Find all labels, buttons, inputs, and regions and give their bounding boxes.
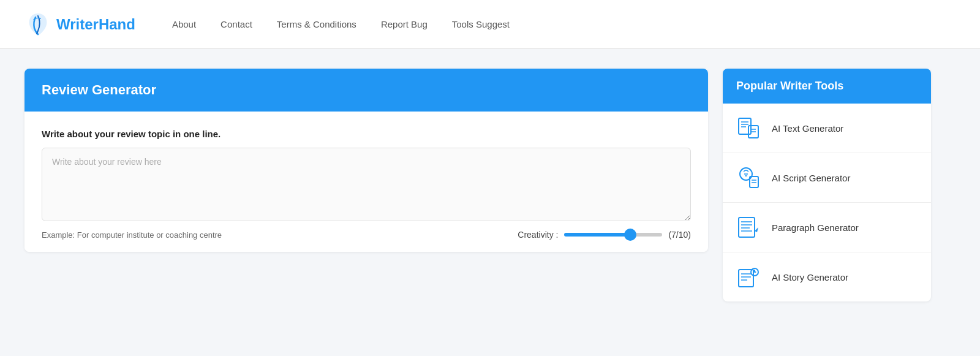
example-text: Example: For computer institute or coach… bbox=[42, 230, 222, 240]
sidebar-tools-list: AI Text Generator AI Script Generator bbox=[723, 104, 931, 301]
card-body: Write about your review topic in one lin… bbox=[24, 112, 708, 252]
form-label: Write about your review topic in one lin… bbox=[42, 129, 691, 139]
sidebar-item-story-generator[interactable]: AI Story Generator bbox=[723, 252, 931, 301]
svg-point-24 bbox=[755, 271, 756, 273]
review-generator-card: Review Generator Write about your review… bbox=[24, 69, 708, 252]
sidebar-item-paragraph-generator[interactable]: Paragraph Generator bbox=[723, 203, 931, 252]
main-container: Review Generator Write about your review… bbox=[0, 49, 956, 321]
tool-name-story-generator: AI Story Generator bbox=[772, 272, 848, 282]
sidebar: Popular Writer Tools AI Text Generator bbox=[723, 69, 931, 301]
logo-text: WriterHand bbox=[56, 16, 135, 33]
main-nav: About Contact Terms & Conditions Report … bbox=[172, 19, 510, 29]
logo-icon bbox=[24, 11, 51, 38]
review-textarea[interactable] bbox=[42, 148, 691, 221]
card-title: Review Generator bbox=[42, 82, 691, 98]
sidebar-item-script-generator[interactable]: AI Script Generator bbox=[723, 153, 931, 203]
sidebar-header: Popular Writer Tools bbox=[723, 69, 931, 104]
tool-name-paragraph-generator: Paragraph Generator bbox=[772, 222, 859, 233]
creativity-value: (7/10) bbox=[668, 230, 691, 240]
script-generator-icon bbox=[735, 164, 762, 191]
tool-name-script-generator: AI Script Generator bbox=[772, 173, 850, 183]
nav-tools-suggest[interactable]: Tools Suggest bbox=[452, 19, 510, 29]
sidebar-header-title: Popular Writer Tools bbox=[736, 80, 918, 93]
text-generator-icon bbox=[735, 115, 762, 142]
creativity-area: Creativity : (7/10) bbox=[518, 230, 691, 240]
header: WriterHand About Contact Terms & Conditi… bbox=[0, 0, 980, 49]
card-header: Review Generator bbox=[24, 69, 708, 112]
sidebar-card: Popular Writer Tools AI Text Generator bbox=[723, 69, 931, 301]
nav-terms[interactable]: Terms & Conditions bbox=[277, 19, 356, 29]
paragraph-generator-icon bbox=[735, 214, 762, 241]
creativity-label: Creativity : bbox=[518, 230, 558, 240]
logo[interactable]: WriterHand bbox=[24, 11, 135, 38]
content-area: Review Generator Write about your review… bbox=[24, 69, 708, 301]
nav-about[interactable]: About bbox=[172, 19, 196, 29]
form-footer: Example: For computer institute or coach… bbox=[42, 230, 691, 240]
sidebar-item-text-generator[interactable]: AI Text Generator bbox=[723, 104, 931, 153]
nav-contact[interactable]: Contact bbox=[221, 19, 252, 29]
svg-rect-13 bbox=[739, 218, 755, 237]
nav-report-bug[interactable]: Report Bug bbox=[381, 19, 428, 29]
story-generator-icon bbox=[735, 263, 762, 290]
tool-name-text-generator: AI Text Generator bbox=[772, 123, 843, 134]
creativity-slider[interactable] bbox=[564, 233, 662, 237]
